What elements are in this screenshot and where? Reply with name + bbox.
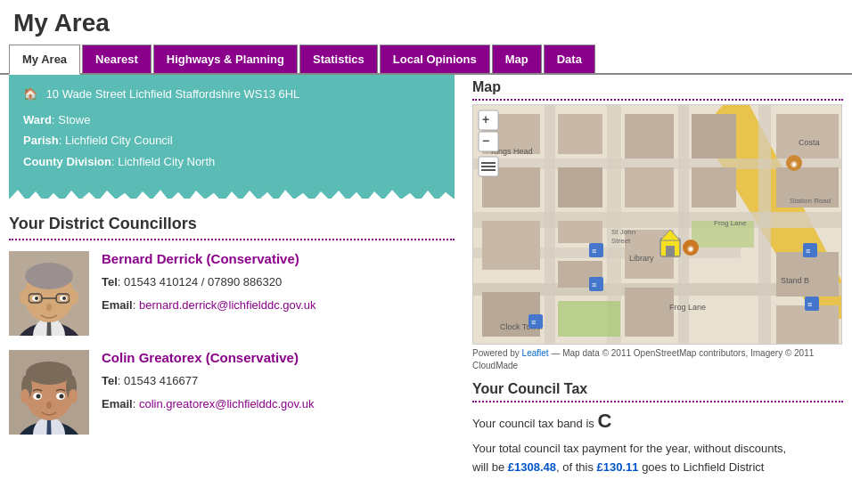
svg-text:≡: ≡: [806, 247, 810, 256]
councillor-email-link-1[interactable]: bernard.derrick@lichfielddc.gov.uk: [139, 298, 316, 312]
council-tax-local: £130.11: [597, 460, 639, 474]
svg-rect-58: [776, 305, 839, 345]
councillors-section-title: Your District Councillors: [9, 215, 455, 233]
map-title: Map: [472, 79, 843, 95]
svg-text:Stand B: Stand B: [781, 276, 809, 285]
svg-rect-94: [481, 162, 496, 164]
svg-point-5: [25, 263, 73, 289]
svg-rect-88: [666, 246, 675, 256]
councillor-email-2: Email: colin.greatorex@lichfielddc.gov.u…: [102, 395, 314, 413]
svg-point-30: [69, 389, 78, 403]
svg-point-29: [20, 389, 29, 403]
page-title: My Area: [0, 0, 852, 45]
ward-line: Ward: Stowe: [23, 110, 440, 130]
tab-nearest[interactable]: Nearest: [82, 45, 152, 73]
tab-my-area[interactable]: My Area: [9, 45, 80, 75]
svg-rect-43: [482, 221, 540, 270]
svg-rect-45: [558, 114, 602, 154]
tab-data[interactable]: Data: [544, 45, 595, 73]
svg-rect-47: [558, 221, 602, 243]
svg-point-11: [35, 297, 38, 300]
councillor-avatar-1: [9, 251, 89, 336]
svg-text:Station Road: Station Road: [790, 197, 831, 205]
svg-rect-49: [625, 114, 674, 159]
tab-local-opinions[interactable]: Local Opinions: [380, 45, 490, 73]
svg-text:St John: St John: [611, 228, 635, 236]
band-letter: C: [597, 410, 611, 432]
svg-text:◉: ◉: [687, 244, 694, 253]
svg-rect-53: [692, 114, 736, 159]
councillor-avatar-2: [9, 350, 89, 435]
councillor-email-1: Email: bernard.derrick@lichfielddc.gov.u…: [102, 297, 316, 314]
svg-rect-96: [481, 169, 496, 171]
svg-point-14: [20, 290, 29, 305]
svg-point-12: [62, 297, 66, 300]
svg-text:≡: ≡: [807, 300, 812, 309]
councillor-name-2[interactable]: Colin Greatorex (Conservative): [102, 350, 314, 365]
leaflet-link[interactable]: Leaflet: [522, 348, 549, 358]
left-panel: 🏠 10 Wade Street Lichfield Staffordshire…: [0, 75, 463, 482]
svg-text:≡: ≡: [592, 280, 596, 289]
councillor-card-1: Bernard Derrick (Conservative) Tel: 0154…: [9, 251, 455, 336]
svg-text:≡: ≡: [531, 318, 536, 327]
address-text: 10 Wade Street Lichfield Staffordshire W…: [46, 87, 300, 101]
councillor-info-1: Bernard Derrick (Conservative) Tel: 0154…: [102, 251, 316, 319]
svg-point-21: [26, 362, 72, 385]
councillor-email-link-2[interactable]: colin.greatorex@lichfielddc.gov.uk: [139, 397, 315, 411]
council-tax-divider: [472, 401, 843, 402]
tab-map[interactable]: Map: [492, 45, 542, 73]
svg-rect-37: [758, 105, 771, 345]
address-details: Ward: Stowe Parish: Lichfield City Counc…: [23, 110, 440, 172]
county-line: County Division: Lichfield City North: [23, 151, 440, 172]
councillor-photo-inner-1: [9, 251, 89, 336]
svg-point-27: [60, 394, 64, 399]
councillor-tel-2: Tel: 01543 416677: [102, 372, 314, 390]
svg-rect-55: [776, 114, 839, 159]
right-panel: Map: [463, 75, 852, 482]
svg-point-26: [37, 394, 41, 399]
svg-point-15: [70, 290, 78, 305]
svg-text:+: +: [482, 112, 489, 126]
svg-rect-57: [776, 252, 839, 297]
councillor-photo-1: [9, 251, 89, 336]
svg-point-13: [46, 304, 52, 311]
address-full-line: 🏠 10 Wade Street Lichfield Staffordshire…: [23, 87, 440, 101]
svg-rect-54: [692, 167, 736, 207]
council-tax-band: Your council tax band is C: [472, 410, 843, 433]
councillor-card-2: Colin Greatorex (Conservative) Tel: 0154…: [9, 350, 455, 435]
svg-text:Street: Street: [611, 237, 631, 245]
tab-statistics[interactable]: Statistics: [299, 45, 378, 73]
councillor-photo-inner-2: [9, 350, 89, 435]
tabs-bar: My Area Nearest Highways & Planning Stat…: [0, 45, 852, 75]
council-tax-text: Your total council tax payment for the y…: [472, 440, 843, 477]
svg-text:Library: Library: [629, 254, 654, 263]
councillor-info-2: Colin Greatorex (Conservative) Tel: 0154…: [102, 350, 314, 418]
svg-rect-95: [481, 166, 496, 167]
tab-highways-planning[interactable]: Highways & Planning: [153, 45, 298, 73]
svg-text:Frog Lane: Frog Lane: [714, 219, 747, 227]
svg-rect-46: [558, 167, 602, 207]
svg-text:Frog Lane: Frog Lane: [669, 303, 706, 312]
councillor-name-1[interactable]: Bernard Derrick (Conservative): [102, 251, 316, 266]
svg-text:Costa: Costa: [799, 138, 820, 147]
councillor-photo-2: [9, 350, 89, 435]
svg-rect-50: [625, 167, 674, 207]
map-svg: Kings Head Library Frog Lane Stand B Clo…: [473, 105, 842, 345]
home-icon: 🏠: [23, 87, 37, 101]
map-container[interactable]: Kings Head Library Frog Lane Stand B Clo…: [472, 104, 842, 345]
svg-text:◉: ◉: [791, 159, 798, 168]
svg-rect-59: [558, 301, 620, 337]
councillors-divider: [9, 239, 455, 240]
council-tax-title: Your Council Tax: [472, 381, 843, 397]
address-box: 🏠 10 Wade Street Lichfield Staffordshire…: [9, 75, 455, 199]
svg-text:−: −: [482, 134, 489, 148]
parish-line: Parish: Lichfield City Council: [23, 130, 440, 150]
map-divider: [472, 99, 843, 101]
councillor-tel-1: Tel: 01543 410124 / 07890 886320: [102, 273, 316, 291]
map-attribution: Powered by Leaflet — Map data © 2011 Ope…: [472, 347, 843, 372]
council-tax-total: £1308.48: [508, 460, 556, 474]
svg-rect-38: [545, 105, 555, 345]
svg-rect-52: [625, 288, 674, 337]
svg-text:≡: ≡: [592, 247, 596, 256]
svg-point-28: [46, 402, 52, 409]
